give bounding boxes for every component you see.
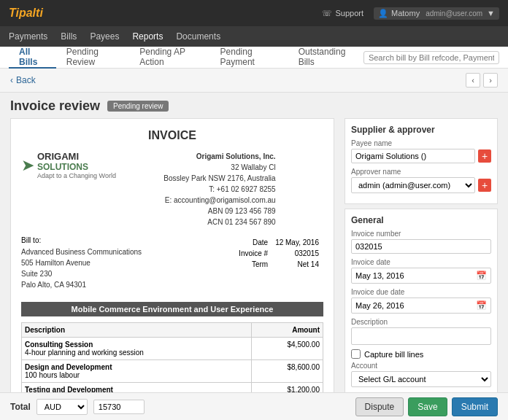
- account-field: Account Select G/L account: [351, 362, 491, 387]
- content-area: INVOICE ➤ ORIGAMI SOLUTIONS Adapt to a C…: [0, 118, 508, 420]
- company-sub: SOLUTIONS: [37, 162, 116, 172]
- invoice-due-date-input[interactable]: May 26, 2016 📅: [351, 298, 491, 314]
- company-name: ORIGAMI: [37, 151, 116, 162]
- item-amount: $8,600.00: [251, 360, 323, 383]
- tab-pending-payment[interactable]: Pending Payment: [210, 47, 288, 69]
- prev-arrow[interactable]: ‹: [466, 73, 480, 88]
- general-section: General Invoice number Invoice date May …: [345, 209, 498, 398]
- account-label: Account: [351, 362, 491, 370]
- origami-bird-icon: ➤: [21, 158, 34, 174]
- item-description: Design and Development 100 hours labour: [22, 360, 252, 383]
- approver-name-label: Approver name: [351, 168, 491, 176]
- footer-bar: Total AUD Dispute Save Submit: [0, 392, 508, 420]
- company-tagline: Adapt to a Changing World: [37, 172, 116, 179]
- save-button[interactable]: Save: [408, 397, 447, 416]
- invoice-date-input[interactable]: May 13, 2016 📅: [351, 268, 491, 284]
- right-panel: Supplier & approver Payee name Origami S…: [345, 118, 498, 420]
- capture-bill-lines-checkbox[interactable]: [351, 349, 361, 359]
- item-description: Consulting Session 4-hour planning and w…: [22, 338, 252, 360]
- user-menu[interactable]: 👤 Matomy admin@user.com ▼: [374, 7, 499, 20]
- description-field: Description: [351, 318, 491, 345]
- page-title-bar: Invoice review Pending review: [0, 93, 508, 118]
- payee-name-input[interactable]: Origami Solutions (): [351, 149, 475, 163]
- back-button[interactable]: ‹ Back: [10, 75, 36, 85]
- chevron-down-icon: ▼: [487, 9, 495, 18]
- invoice-number-text[interactable]: [355, 242, 487, 251]
- total-label: Total: [10, 402, 31, 412]
- invoice-number-label: Invoice number: [351, 230, 491, 238]
- supplier-approver-section: Supplier & approver Payee name Origami S…: [345, 118, 498, 204]
- tab-pending-review[interactable]: Pending Review: [56, 47, 129, 69]
- tab-outstanding-bills[interactable]: Outstanding Bills: [288, 47, 363, 69]
- support-button[interactable]: ☏ Support: [322, 9, 363, 18]
- calendar-icon[interactable]: 📅: [476, 271, 487, 281]
- nav-arrows: ‹ ›: [466, 73, 498, 88]
- nav-payees[interactable]: Payees: [90, 30, 119, 43]
- invoice-body: Date12 May, 2016 Invoice #032015 TermNet…: [21, 236, 323, 296]
- invoice-due-date-label: Invoice due date: [351, 288, 491, 296]
- nav-documents[interactable]: Documents: [176, 30, 220, 43]
- approver-name-field: Approver name admin (admin@user.com) +: [351, 168, 491, 193]
- table-row: Consulting Session 4-hour planning and w…: [22, 338, 323, 360]
- supplier-approver-title: Supplier & approver: [351, 125, 491, 135]
- invoice-due-date-field: Invoice due date May 26, 2016 📅: [351, 288, 491, 314]
- approver-select[interactable]: admin (admin@user.com): [351, 177, 475, 193]
- next-arrow[interactable]: ›: [483, 73, 498, 88]
- item-amount: $4,500.00: [251, 338, 323, 360]
- table-row: Design and Development 100 hours labour …: [22, 360, 323, 383]
- invoice-date-field: Invoice date May 13, 2016 📅: [351, 258, 491, 284]
- nav-payments[interactable]: Payments: [9, 30, 47, 43]
- total-section: Total AUD: [10, 399, 145, 415]
- approver-add-button[interactable]: +: [478, 179, 491, 192]
- logo: Tipalti: [9, 7, 43, 20]
- payee-name-row: Origami Solutions () +: [351, 149, 491, 163]
- sub-nav: All Bills Pending Review Pending AP Acti…: [0, 47, 508, 69]
- description-text[interactable]: [355, 332, 487, 341]
- due-date-calendar-icon[interactable]: 📅: [476, 300, 487, 311]
- top-right-nav: ☏ Support 👤 Matomy admin@user.com ▼: [322, 7, 499, 20]
- search-input[interactable]: [363, 51, 499, 64]
- approver-row: admin (admin@user.com) +: [351, 177, 491, 193]
- arrow-left-icon: ‹: [10, 75, 13, 85]
- account-select[interactable]: Select G/L account: [351, 371, 491, 387]
- invoice-meta: Date12 May, 2016 Invoice #032015 TermNet…: [234, 236, 323, 271]
- company-logo: ➤ ORIGAMI SOLUTIONS Adapt to a Changing …: [21, 151, 116, 228]
- tab-pending-ap-action[interactable]: Pending AP Action: [129, 47, 209, 69]
- page-title: Invoice review: [10, 98, 100, 114]
- invoice-number-input[interactable]: [351, 239, 491, 254]
- payee-name-label: Payee name: [351, 139, 491, 147]
- main-nav: Payments Bills Payees Reports Documents: [0, 26, 508, 47]
- capture-bill-lines-row: Capture bill lines: [351, 349, 491, 359]
- currency-select[interactable]: AUD: [36, 399, 88, 415]
- tab-all-bills[interactable]: All Bills: [9, 47, 56, 69]
- payee-name-field: Payee name Origami Solutions () +: [351, 139, 491, 163]
- breadcrumb-bar: ‹ Back ‹ ›: [0, 69, 508, 93]
- top-nav: Tipalti ☏ Support 👤 Matomy admin@user.co…: [0, 0, 508, 26]
- status-badge: Pending review: [107, 101, 169, 112]
- dispute-button[interactable]: Dispute: [355, 397, 404, 416]
- col-amount: Amount: [251, 323, 323, 338]
- company-details: Origami Solutions, Inc. 32 Wallaby Cl Bo…: [163, 151, 275, 228]
- invoice-title: INVOICE: [21, 129, 323, 142]
- user-icon: 👤: [378, 9, 388, 18]
- submit-button[interactable]: Submit: [452, 397, 498, 416]
- capture-bill-lines-label: Capture bill lines: [364, 350, 423, 359]
- description-label: Description: [351, 318, 491, 326]
- nav-bills[interactable]: Bills: [61, 30, 77, 43]
- col-description: Description: [22, 323, 252, 338]
- headset-icon: ☏: [322, 9, 332, 18]
- section-header: Mobile Commerce Environment and User Exp…: [21, 302, 323, 316]
- total-amount-input[interactable]: [93, 400, 145, 414]
- invoice-date-label: Invoice date: [351, 258, 491, 266]
- payee-add-button[interactable]: +: [478, 149, 491, 163]
- description-input[interactable]: [351, 327, 491, 345]
- invoice-header: ➤ ORIGAMI SOLUTIONS Adapt to a Changing …: [21, 151, 323, 228]
- action-buttons: Dispute Save Submit: [355, 397, 498, 416]
- nav-reports[interactable]: Reports: [132, 30, 163, 43]
- line-items-table: Description Amount Consulting Session 4-…: [21, 322, 323, 397]
- invoice-panel: INVOICE ➤ ORIGAMI SOLUTIONS Adapt to a C…: [10, 118, 334, 420]
- invoice-number-field: Invoice number: [351, 230, 491, 254]
- general-title: General: [351, 215, 491, 225]
